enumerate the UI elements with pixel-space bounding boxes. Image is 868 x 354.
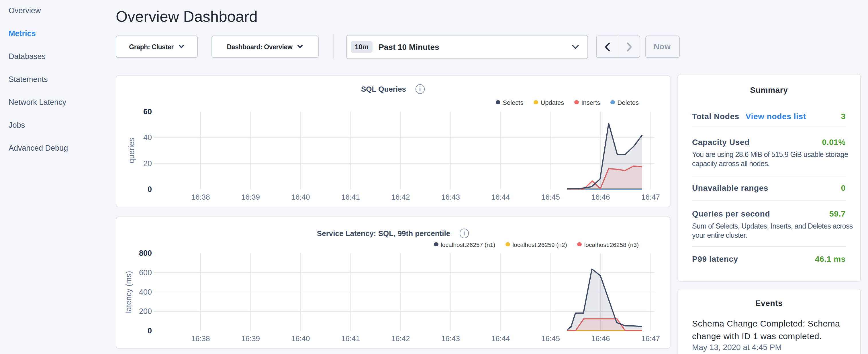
svg-text:600: 600 xyxy=(139,268,152,277)
svg-text:16:39: 16:39 xyxy=(241,193,260,201)
svg-text:16:42: 16:42 xyxy=(391,334,409,343)
svg-text:16:44: 16:44 xyxy=(491,193,509,201)
svg-text:16:43: 16:43 xyxy=(441,334,460,343)
svg-text:16:47: 16:47 xyxy=(641,334,660,343)
svg-text:16:39: 16:39 xyxy=(241,334,260,343)
svg-text:400: 400 xyxy=(139,288,152,296)
svg-text:16:47: 16:47 xyxy=(641,193,660,201)
svg-text:16:40: 16:40 xyxy=(291,334,309,343)
svg-text:20: 20 xyxy=(143,159,152,168)
svg-text:16:45: 16:45 xyxy=(541,334,560,343)
svg-text:16:46: 16:46 xyxy=(591,334,610,343)
svg-text:200: 200 xyxy=(139,307,152,315)
svg-text:16:40: 16:40 xyxy=(291,193,309,201)
svg-text:16:46: 16:46 xyxy=(591,193,610,201)
svg-text:60: 60 xyxy=(143,107,152,116)
svg-text:16:45: 16:45 xyxy=(541,193,560,201)
svg-text:latency (ms): latency (ms) xyxy=(124,271,133,313)
svg-text:40: 40 xyxy=(143,133,152,142)
svg-text:16:38: 16:38 xyxy=(191,193,210,201)
svg-text:0: 0 xyxy=(147,326,152,335)
svg-text:16:41: 16:41 xyxy=(341,334,360,343)
svg-text:16:43: 16:43 xyxy=(441,193,460,201)
svg-text:0: 0 xyxy=(147,185,152,194)
svg-text:queries: queries xyxy=(127,138,135,163)
svg-text:800: 800 xyxy=(139,249,152,257)
svg-text:16:41: 16:41 xyxy=(341,193,360,201)
svg-text:16:42: 16:42 xyxy=(391,193,409,201)
svg-text:16:38: 16:38 xyxy=(191,334,210,343)
svg-text:16:44: 16:44 xyxy=(491,334,509,343)
